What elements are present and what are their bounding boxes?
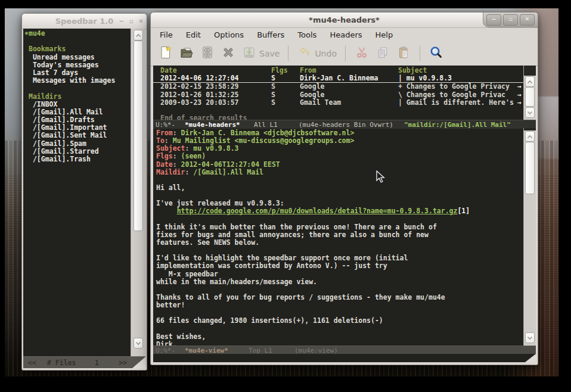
message-body-line: implementation was contributed by Antono… xyxy=(156,262,524,270)
message-header-field: Subject: mu v0.9.8.3 xyxy=(156,145,524,153)
scrollbar-thumb[interactable] xyxy=(525,87,535,107)
speedbar-item[interactable]: Messages with images xyxy=(29,77,130,85)
close-icon[interactable]: ✕ xyxy=(520,14,535,26)
speedbar-item[interactable]: Unread messages xyxy=(29,54,130,61)
header-subject: \ Changes to Google Privac xyxy=(398,91,524,99)
header-subject: | Gmail is different. Here's xyxy=(398,99,524,107)
speedbar-line-number: 1 xyxy=(95,359,99,367)
emacs-window-buttons: − ▫ ✕ xyxy=(483,13,538,27)
speedbar-root-item[interactable]: mu4e xyxy=(29,30,130,38)
paste-button[interactable] xyxy=(395,45,412,63)
speedbar-item-list: mu4eBookmarks Unread messages Today's me… xyxy=(29,30,130,163)
message-body-line: while in the main/headers/message view. xyxy=(156,278,524,286)
emacs-window-title: *mu4e-headers* xyxy=(309,13,380,27)
message-body-line xyxy=(156,176,524,184)
close-buffer-button[interactable] xyxy=(219,45,237,63)
maximize-icon[interactable]: ▫ xyxy=(503,14,518,26)
speedbar-item[interactable]: /[Gmail].Spam xyxy=(29,140,130,148)
scroll-up-button[interactable] xyxy=(525,76,535,87)
scroll-up-button[interactable] xyxy=(134,30,143,41)
speedbar-section-heading[interactable]: Bookmarks xyxy=(29,45,130,53)
maximize-icon[interactable]: ▫ xyxy=(129,18,134,24)
speedbar-window-buttons: − ▫ ✕ xyxy=(119,14,144,29)
scroll-down-button[interactable] xyxy=(525,332,535,343)
header-row[interactable]: 2012-01-26 01:32:25SGoogle\ Changes to G… xyxy=(153,91,524,99)
header-date: 2012-02-15 23:58:29 xyxy=(160,83,271,91)
menu-options[interactable]: Options xyxy=(207,29,250,42)
headers-scrollbar[interactable] xyxy=(523,66,536,120)
minimize-icon[interactable]: − xyxy=(486,14,501,26)
column-header-from: From xyxy=(300,67,398,74)
message-link[interactable]: http://code.google.com/p/mu0/downloads/d… xyxy=(177,207,458,215)
menu-file[interactable]: File xyxy=(153,29,179,42)
speedbar-item[interactable]: /INBOX xyxy=(29,101,130,108)
scrollbar-thumb[interactable] xyxy=(525,142,535,194)
header-row[interactable]: 2009-03-23 20:03:57SGmail Team| Gmail is… xyxy=(153,99,524,107)
speedbar-window: Speedbar 1.0 − ▫ ✕ * mu4eBookmarks Unrea… xyxy=(21,13,147,371)
scroll-down-button[interactable] xyxy=(134,338,143,349)
toolbar-separator xyxy=(288,46,288,61)
menu-buffers[interactable]: Buffers xyxy=(250,29,291,42)
open-folder-button[interactable] xyxy=(178,45,195,63)
close-icon[interactable]: ✕ xyxy=(139,18,144,24)
field-value: 2012-04-06T12:27:04 EEST xyxy=(181,160,280,169)
toolbar-separator xyxy=(420,46,420,61)
field-colon: : xyxy=(185,144,193,153)
search-button[interactable] xyxy=(427,45,445,63)
field-value: Dirk-Jan C. Binnema <djcb@djcbsoftware.n… xyxy=(181,129,355,137)
header-row[interactable]: 2012-02-15 23:58:29SGoogle+ Changes to G… xyxy=(153,83,524,91)
scrollbar-gap xyxy=(524,66,536,76)
undo-button[interactable] xyxy=(296,45,314,63)
speedbar-item[interactable]: Today's messages xyxy=(29,61,130,69)
speedbar-scrollbar[interactable] xyxy=(131,29,145,357)
emacs-frame: Date Flgs From Subject 2012-04-06 12:27:… xyxy=(153,66,536,362)
blank-line xyxy=(29,85,130,92)
menu-edit[interactable]: Edit xyxy=(179,29,207,42)
speedbar-frame-prev[interactable]: << xyxy=(28,359,36,367)
tool-bar: SaveUndo xyxy=(151,42,538,66)
message-body-line: Best wishes, xyxy=(156,333,524,341)
field-label: To xyxy=(156,136,165,145)
menu-tools[interactable]: Tools xyxy=(291,29,323,42)
speedbar-item[interactable]: /[Gmail].Sent Mail xyxy=(29,132,130,139)
speedbar-display-mode[interactable]: # Files xyxy=(47,359,76,367)
column-header-flags: Flgs xyxy=(271,67,300,74)
new-document-button[interactable] xyxy=(157,45,175,63)
echo-area[interactable] xyxy=(153,354,536,362)
copy-button[interactable] xyxy=(374,45,392,63)
view-scrollbar[interactable] xyxy=(523,128,536,346)
speedbar-section-heading[interactable]: Maildirs xyxy=(29,93,130,101)
message-body-line: fixes for bugs and small annoyances; the… xyxy=(156,231,524,239)
truncation-arrow-icon: → xyxy=(517,83,522,91)
search-icon xyxy=(429,45,443,62)
headers-column-row: Date Flgs From Subject xyxy=(153,67,524,74)
speedbar-item[interactable]: /[Gmail].Trash xyxy=(29,155,130,163)
footnote-ref: [1] xyxy=(457,207,470,215)
emacs-titlebar[interactable]: *mu4e-headers* − ▫ ✕ xyxy=(151,13,538,28)
save-button[interactable] xyxy=(240,45,258,63)
field-label: From xyxy=(156,129,173,137)
message-body-line: 66 files changed, 1980 insertions(+), 11… xyxy=(156,317,524,325)
scroll-down-button[interactable] xyxy=(525,107,535,118)
minimize-icon[interactable]: − xyxy=(119,18,123,24)
cut-icon xyxy=(355,45,369,62)
field-colon: : xyxy=(173,152,181,160)
menu-headers[interactable]: Headers xyxy=(323,29,368,42)
header-date: 2009-03-23 20:03:57 xyxy=(160,99,271,107)
undo-icon xyxy=(297,45,312,62)
message-body-line: features. See NEWS below. xyxy=(156,239,524,247)
header-row[interactable]: 2012-04-06 12:27:04SDirk-Jan C. Binnema|… xyxy=(153,74,524,83)
speedbar-titlebar[interactable]: Speedbar 1.0 − ▫ ✕ xyxy=(22,14,147,29)
speedbar-fringe-marker: * xyxy=(24,30,29,39)
link-indent xyxy=(156,207,177,215)
message-body-line: M-x speedbar xyxy=(156,270,524,278)
scroll-up-button[interactable] xyxy=(525,131,535,142)
field-colon: : xyxy=(185,168,193,176)
cut-button[interactable] xyxy=(353,45,371,63)
menu-help[interactable]: Help xyxy=(369,29,400,42)
resize-grip[interactable] xyxy=(132,357,145,368)
speedbar-frame-next[interactable]: >> xyxy=(119,359,127,367)
scrollbar-thumb[interactable] xyxy=(134,41,143,231)
resize-grip[interactable] xyxy=(525,354,536,362)
file-cabinet-button[interactable] xyxy=(198,45,216,63)
